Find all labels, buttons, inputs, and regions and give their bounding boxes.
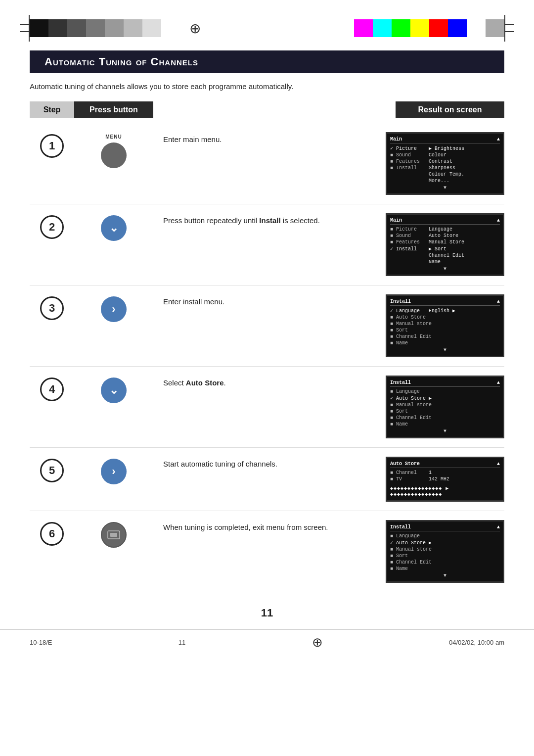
screen-menu-item: ✓ Auto Store▶ xyxy=(390,395,500,402)
tv-screen: Main▲■ PictureLanguage■ SoundAuto Store■… xyxy=(386,213,504,276)
color-strip-left xyxy=(30,19,180,37)
screen-menu-item: ✓ LanguageEnglish ▶ xyxy=(390,307,500,314)
screen-title: Install▲ xyxy=(390,524,500,531)
screen-menu-item: ■ FeaturesContrast xyxy=(390,158,500,165)
svg-rect-1 xyxy=(110,533,117,537)
step-row: 6When tuning is completed, exit menu fro… xyxy=(30,511,504,592)
step-screen-col: Main▲✓ Picture▶ Brightness■ SoundColour■… xyxy=(386,132,504,195)
step-description: When tuning is completed, exit menu from… xyxy=(153,520,386,535)
color-bar-left xyxy=(124,19,142,37)
step-button-col[interactable]: ⌄ xyxy=(74,213,153,241)
subtitle: Automatic tuning of channels allows you … xyxy=(30,82,504,91)
footer-right: 04/02/02, 10:00 am xyxy=(449,639,504,646)
step-button-col[interactable]: ⌄ xyxy=(74,376,153,403)
crosshair-center: ⊕ xyxy=(180,20,210,37)
screen-menu-item: Channel Edit xyxy=(390,252,500,259)
screen-menu-item: ✓ Install▶ Sort xyxy=(390,245,500,252)
step-row: 1MENUEnter main menu.Main▲✓ Picture▶ Bri… xyxy=(30,123,504,204)
screen-menu-item: ✓ Auto Store▶ xyxy=(390,539,500,546)
tick-top-left xyxy=(20,24,29,25)
step-desc-bold: Install xyxy=(259,216,280,225)
table-header: Step Press button Result on screen xyxy=(30,101,504,118)
tv-screen: Install▲✓ LanguageEnglish ▶■ Auto Store■… xyxy=(386,294,504,357)
step-screen-col: Install▲■ Language✓ Auto Store▶■ Manual … xyxy=(386,520,504,583)
step-number: 4 xyxy=(40,378,64,401)
color-bar-left xyxy=(161,19,180,37)
color-bar-right xyxy=(448,19,467,37)
step-row: 3›Enter install menu.Install▲✓ LanguageE… xyxy=(30,285,504,366)
step-row: 5›Start automatic tuning of channels.Aut… xyxy=(30,448,504,511)
step-button-col[interactable]: › xyxy=(74,457,153,484)
top-right-decoration xyxy=(354,15,514,42)
screen-menu-item: ■ Manual store xyxy=(390,546,500,553)
screen-arrow-down: ▼ xyxy=(390,185,500,190)
tick-bottom-right xyxy=(505,31,514,32)
step-description: Start automatic tuning of channels. xyxy=(153,457,386,472)
screen-title: Install▲ xyxy=(390,380,500,387)
color-bar-right xyxy=(486,19,504,37)
screen-menu-item: ■ Channel Edit xyxy=(390,559,500,566)
screen-title: Main▲ xyxy=(390,218,500,225)
step-screen-col: Install▲■ Language✓ Auto Store▶■ Manual … xyxy=(386,376,504,438)
screen-menu-item: ■ Auto Store xyxy=(390,314,500,321)
screen-menu-item: ■ Language xyxy=(390,533,500,539)
step-number: 5 xyxy=(40,459,64,482)
step-number-col: 4 xyxy=(30,376,74,401)
step-number: 3 xyxy=(40,296,64,320)
screen-menu-item: ■ Channel Edit xyxy=(390,415,500,421)
tick-bottom-left xyxy=(20,31,29,32)
screen-menu-item: ■ Sort xyxy=(390,553,500,559)
footer-left: 10-18/E xyxy=(30,639,52,646)
color-bar-right xyxy=(354,19,373,37)
header-press-button: Press button xyxy=(74,101,153,118)
nav-down-button[interactable]: ⌄ xyxy=(101,215,127,241)
screen-menu-item: ■ Name xyxy=(390,421,500,427)
step-button-col[interactable]: › xyxy=(74,294,153,322)
step-screen-col: Auto Store▲■ Channel1■ TV142 MHz◆◆◆◆◆◆◆◆… xyxy=(386,457,504,502)
screen-menu-item: ■ TV142 MHz xyxy=(390,476,500,482)
step-number: 1 xyxy=(40,134,64,158)
step-button-col[interactable] xyxy=(74,520,153,548)
screen-arrow-down: ▼ xyxy=(390,573,500,578)
step-number-col: 1 xyxy=(30,132,74,158)
screen-menu-item: ■ Language xyxy=(390,388,500,395)
button-label: MENU xyxy=(105,134,122,140)
screen-menu-item: More... xyxy=(390,178,500,184)
screen-arrow-down: ▼ xyxy=(390,266,500,272)
step-number-col: 6 xyxy=(30,520,74,546)
screen-menu-item: ■ Sort xyxy=(390,408,500,415)
color-bar-left xyxy=(142,19,161,37)
nav-right-button[interactable]: › xyxy=(101,296,127,322)
step-number-col: 3 xyxy=(30,294,74,320)
tick-marks-left xyxy=(20,24,29,32)
tv-screen: Auto Store▲■ Channel1■ TV142 MHz◆◆◆◆◆◆◆◆… xyxy=(386,457,504,502)
ok-button[interactable] xyxy=(101,522,127,548)
tv-screen: Main▲✓ Picture▶ Brightness■ SoundColour■… xyxy=(386,132,504,195)
color-bar-left xyxy=(30,19,48,37)
tick-top-right xyxy=(505,24,514,25)
screen-menu-item: ■ Channel Edit xyxy=(390,333,500,340)
tv-screen: Install▲■ Language✓ Auto Store▶■ Manual … xyxy=(386,520,504,583)
screen-title: Install▲ xyxy=(390,299,500,306)
step-description: Press button repeatedly until Install is… xyxy=(153,213,386,229)
step-desc-bold: Auto Store xyxy=(186,378,224,387)
step-row: 4⌄Select Auto Store.Install▲■ Language✓ … xyxy=(30,367,504,447)
color-bar-left xyxy=(67,19,86,37)
step-number: 2 xyxy=(40,215,64,239)
screen-menu-item: ■ SoundAuto Store xyxy=(390,233,500,239)
nav-down-button[interactable]: ⌄ xyxy=(101,378,127,403)
step-number-col: 5 xyxy=(30,457,74,482)
step-row: 2⌄Press button repeatedly until Install … xyxy=(30,204,504,285)
menu-button[interactable] xyxy=(101,142,127,168)
header-spacer xyxy=(153,101,396,118)
tv-screen: Install▲■ Language✓ Auto Store▶■ Manual … xyxy=(386,376,504,438)
top-bar: ⊕ xyxy=(0,0,534,42)
color-bar-left xyxy=(86,19,105,37)
screen-menu-item: ■ SoundColour xyxy=(390,152,500,158)
nav-right-button[interactable]: › xyxy=(101,459,127,484)
screen-menu-item: ■ Name xyxy=(390,566,500,572)
color-bar-left xyxy=(105,19,124,37)
step-button-col[interactable]: MENU xyxy=(74,132,153,168)
footer-page-center: 11 xyxy=(178,639,185,646)
footer: 10-18/E 11 ⊕ 04/02/02, 10:00 am xyxy=(0,629,534,655)
